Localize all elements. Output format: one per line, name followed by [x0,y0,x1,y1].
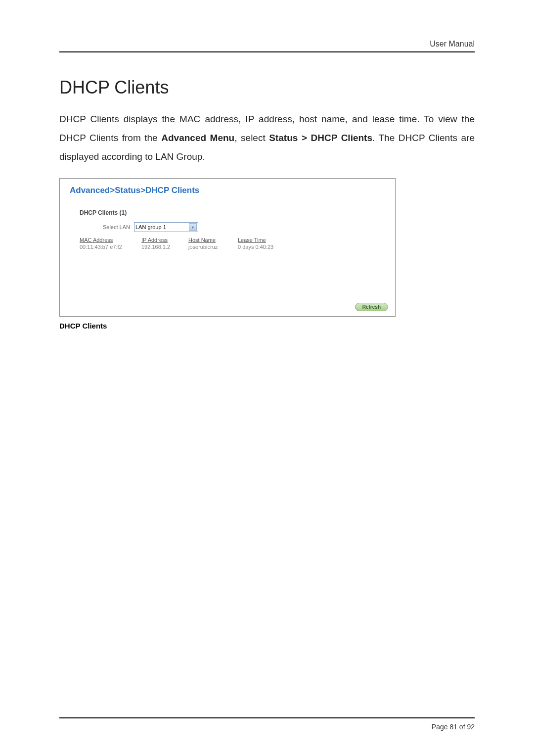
dhcp-clients-table: MAC Address IP Address Host Name Lease T… [80,237,385,250]
footer-rule: Page 81 of 92 [59,717,475,731]
page-number: Page 81 of 92 [432,723,475,731]
cell-host: joserubicruz [188,244,238,250]
para-mid1: , select [234,133,269,143]
table-row: 00:11:43:b7:e7:f2 192.168.1.2 joserubicr… [80,244,385,250]
refresh-button[interactable]: Refresh [355,303,388,311]
para-bold1: Advanced Menu [161,133,234,143]
chevron-down-icon: ▾ [189,223,197,231]
breadcrumb: Advanced>Status>DHCP Clients [70,186,385,195]
para-bold2: Status > DHCP Clients [269,133,372,143]
select-lan-dropdown[interactable]: LAN group 1 ▾ [134,222,198,232]
col-header-lease: Lease Time [238,237,292,244]
table-header-row: MAC Address IP Address Host Name Lease T… [80,237,385,244]
select-lan-value: LAN group 1 [135,224,166,230]
header-text: User Manual [430,40,475,48]
figure-caption: DHCP Clients [59,322,475,330]
header-rule: User Manual [59,40,475,52]
col-header-mac: MAC Address [80,237,141,244]
col-header-ip: IP Address [141,237,188,244]
cell-ip: 192.168.1.2 [141,244,188,250]
body-paragraph: DHCP Clients displays the MAC address, I… [59,110,475,166]
section-title: DHCP Clients [59,77,475,98]
col-header-host: Host Name [188,237,238,244]
cell-mac: 00:11:43:b7:e7:f2 [80,244,141,250]
cell-lease: 0 days 0:40:23 [238,244,292,250]
select-lan-label: Select LAN [70,224,134,230]
panel-title: DHCP Clients (1) [80,209,385,216]
embedded-screenshot: Advanced>Status>DHCP Clients DHCP Client… [59,178,396,317]
